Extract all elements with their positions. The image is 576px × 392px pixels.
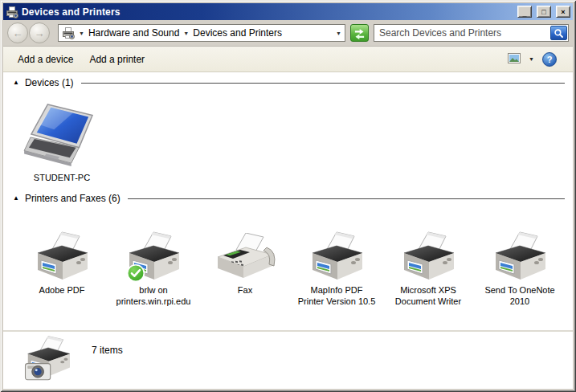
refresh-button[interactable] [350, 24, 369, 42]
views-button[interactable] [508, 53, 521, 66]
items-count: 7 items [92, 345, 123, 356]
laptop-icon [23, 103, 100, 169]
printer-label: MapInfo PDF Printer Version 10.5 [297, 284, 376, 307]
printer-item-fax[interactable]: Fax [199, 228, 291, 307]
items-view: ▲ Devices (1) STUDENT-PC [3, 72, 573, 330]
printer-item-brlw[interactable]: brlw on printers.win.rpi.edu [108, 228, 199, 307]
close-button[interactable]: × [556, 6, 570, 18]
chevron-down-icon[interactable]: ▼ [183, 31, 189, 36]
printer-item-adobe-pdf[interactable]: Adobe PDF [16, 228, 108, 307]
device-item-student-pc[interactable]: STUDENT-PC [16, 103, 108, 183]
breadcrumb-item-devices-and-printers[interactable]: Devices and Printers [193, 27, 282, 39]
printer-camera-icon [21, 335, 74, 385]
devices-group-label: Devices (1) [25, 77, 74, 88]
printer-label: Send To OneNote 2010 [480, 284, 559, 307]
fax-icon [214, 233, 276, 281]
search-button[interactable] [550, 26, 567, 40]
minimize-button[interactable]: _ [517, 6, 532, 18]
search-box [374, 24, 569, 42]
location-printer-icon [62, 27, 75, 39]
collapse-arrow-icon: ▲ [13, 194, 19, 202]
search-input[interactable] [379, 27, 550, 39]
group-header-rule [128, 198, 565, 199]
printer-item-mapinfo-pdf[interactable]: MapInfo PDF Printer Version 10.5 [291, 228, 382, 307]
maximize-button[interactable]: □ [537, 6, 551, 18]
default-check-icon [126, 263, 145, 283]
command-bar: Add a device Add a printer ▼ ? [3, 47, 573, 72]
breadcrumb-history-dropdown chevron-down-icon[interactable]: ▼ [336, 31, 341, 36]
printer-icon [399, 231, 457, 281]
printer-icon [491, 231, 549, 281]
views-dropdown chevron-down-icon[interactable]: ▼ [529, 56, 534, 62]
chevron-down-icon[interactable]: ▼ [79, 31, 84, 36]
forward-icon: → [35, 27, 45, 39]
devices-group-header[interactable]: ▲ Devices (1) [13, 76, 573, 90]
details-pane: 7 items [3, 332, 573, 389]
breadcrumb-item-hardware-and-sound[interactable]: Hardware and Sound [88, 27, 179, 39]
printer-label: Fax [238, 284, 252, 296]
views-icon [508, 53, 521, 63]
back-button[interactable]: ← [7, 22, 28, 43]
refresh-icon [353, 27, 366, 39]
printer-item-xps-writer[interactable]: Microsoft XPS Document Writer [382, 228, 474, 307]
help-icon: ? [547, 55, 553, 64]
printers-row: Adobe PDF brlw on printers.win.rpi.edu F… [16, 228, 573, 307]
title-bar[interactable]: Devices and Printers _ □ × [3, 3, 573, 20]
group-header-rule [81, 83, 565, 84]
nav-buttons: ← → [7, 22, 50, 43]
navigation-bar: ← → ▼ Hardware and Sound ▼ Devices and P… [3, 20, 573, 47]
devices-and-printers-window: Devices and Printers _ □ × ← → ▼ Hardwar… [0, 0, 576, 392]
back-icon: ← [13, 27, 23, 39]
printer-icon [33, 231, 91, 281]
printer-label: brlw on printers.win.rpi.edu [114, 284, 193, 307]
help-button[interactable]: ? [542, 52, 557, 67]
window-printer-icon [6, 6, 18, 18]
add-device-button[interactable]: Add a device [10, 50, 81, 69]
printer-label: Microsoft XPS Document Writer [389, 284, 468, 307]
printer-icon [308, 231, 366, 281]
printers-group-header[interactable]: ▲ Printers and Faxes (6) [13, 191, 573, 206]
command-bar-right: ▼ ? [508, 52, 566, 67]
collapse-arrow-icon: ▲ [13, 79, 19, 86]
device-label: STUDENT-PC [34, 172, 90, 183]
search-icon [554, 28, 564, 39]
window-title: Devices and Printers [22, 6, 513, 18]
devices-row: STUDENT-PC [16, 103, 573, 183]
forward-button[interactable]: → [29, 22, 50, 43]
printers-group-label: Printers and Faxes (6) [25, 193, 121, 204]
printer-label: Adobe PDF [39, 284, 85, 296]
breadcrumb[interactable]: ▼ Hardware and Sound ▼ Devices and Print… [58, 24, 345, 42]
add-printer-button[interactable]: Add a printer [81, 50, 153, 69]
printer-item-onenote[interactable]: Send To OneNote 2010 [474, 228, 566, 307]
